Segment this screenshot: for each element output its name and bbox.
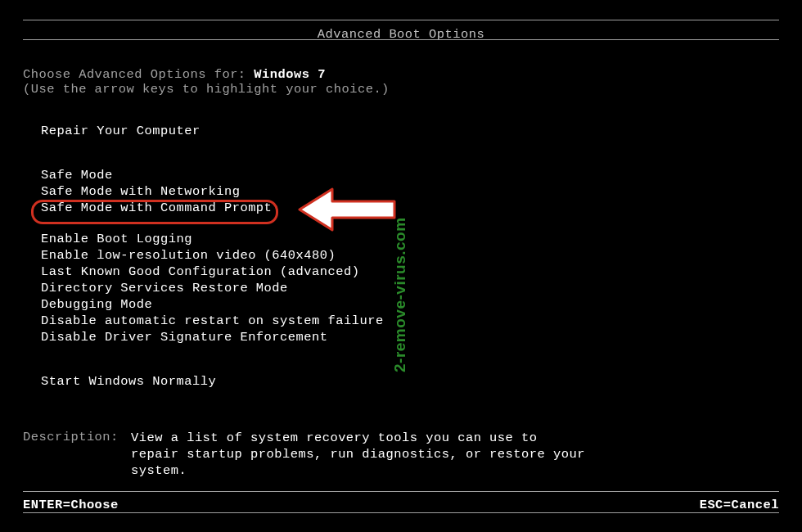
menu-safe-mode-networking[interactable]: Safe Mode with Networking (41, 183, 384, 200)
footer-esc-hint: ESC=Cancel (700, 498, 779, 512)
header-divider-bottom (23, 39, 779, 40)
menu-start-windows-normally[interactable]: Start Windows Normally (41, 373, 384, 390)
arrow-key-instruction: (Use the arrow keys to highlight your ch… (23, 82, 390, 97)
menu-ds-restore-mode[interactable]: Directory Services Restore Mode (41, 280, 384, 296)
footer-divider-top (23, 491, 779, 492)
menu-low-resolution-video[interactable]: Enable low-resolution video (640x480) (41, 247, 384, 264)
menu-disable-auto-restart[interactable]: Disable automatic restart on system fail… (41, 313, 384, 329)
description-block: Description: View a list of system recov… (23, 430, 589, 479)
header-divider-top (23, 20, 779, 20)
description-text: View a list of system recovery tools you… (131, 430, 589, 479)
menu-repair-computer[interactable]: Repair Your Computer (41, 123, 384, 139)
menu-safe-mode[interactable]: Safe Mode (41, 167, 384, 183)
menu-safe-mode-command-prompt[interactable]: Safe Mode with Command Prompt (41, 200, 272, 216)
footer-divider-bottom (23, 512, 779, 513)
watermark-text: 2-remove-virus.com (391, 217, 409, 372)
description-label: Description: (23, 430, 131, 479)
menu-debugging-mode[interactable]: Debugging Mode (41, 296, 384, 313)
menu-disable-driver-signature[interactable]: Disable Driver Signature Enforcement (41, 329, 384, 345)
os-name: Windows 7 (254, 67, 326, 82)
footer-enter-hint: ENTER=Choose (23, 498, 119, 512)
choose-os-line: Choose Advanced Options for: Windows 7 (23, 67, 326, 82)
menu-last-known-good[interactable]: Last Known Good Configuration (advanced) (41, 264, 384, 280)
boot-options-menu: Repair Your Computer Safe Mode Safe Mode… (41, 123, 384, 390)
footer-bar: ENTER=Choose ESC=Cancel (23, 498, 779, 512)
choose-label: Choose Advanced Options for: (23, 67, 254, 82)
menu-enable-boot-logging[interactable]: Enable Boot Logging (41, 231, 384, 247)
